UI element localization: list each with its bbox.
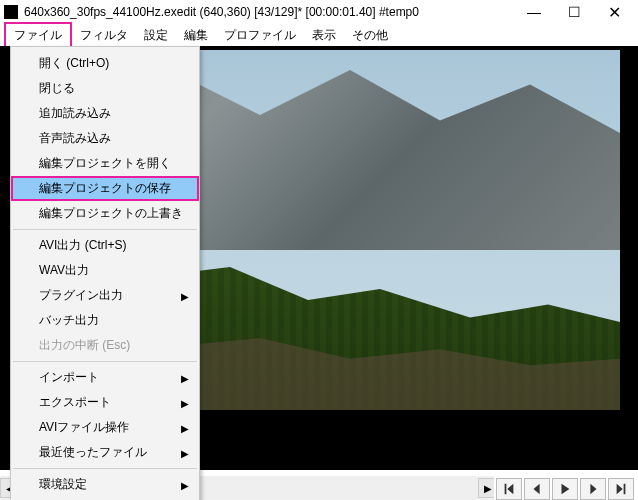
window-title: 640x360_30fps_44100Hz.exedit (640,360) […	[24, 5, 514, 19]
file-menu-item[interactable]: エクスポート▶	[11, 390, 199, 415]
submenu-arrow-icon: ▶	[181, 422, 189, 433]
maximize-button[interactable]: ☐	[554, 0, 594, 24]
next-frame-button[interactable]	[580, 478, 606, 500]
submenu-arrow-icon: ▶	[181, 447, 189, 458]
submenu-arrow-icon: ▶	[181, 372, 189, 383]
file-menu-item[interactable]: 開く (Ctrl+O)	[11, 51, 199, 76]
file-menu-item[interactable]: 編集プロジェクトの上書き	[11, 201, 199, 226]
file-menu-item[interactable]: WAV出力	[11, 258, 199, 283]
minimize-button[interactable]: —	[514, 0, 554, 24]
file-menu-item[interactable]: バッチ出力	[11, 308, 199, 333]
file-menu-item: 出力の中断 (Esc)	[11, 333, 199, 358]
close-button[interactable]: ✕	[594, 0, 634, 24]
file-menu-item[interactable]: AVI出力 (Ctrl+S)	[11, 233, 199, 258]
file-menu-item[interactable]: プラグイン出力▶	[11, 283, 199, 308]
playback-controls	[494, 476, 636, 500]
menu-filter[interactable]: フィルタ	[72, 24, 136, 47]
file-menu-item[interactable]: 閉じる	[11, 76, 199, 101]
menu-view[interactable]: 表示	[304, 24, 344, 47]
play-button[interactable]	[552, 478, 578, 500]
file-menu-item[interactable]: 編集プロジェクトを開く	[11, 151, 199, 176]
menu-file[interactable]: ファイル	[4, 22, 72, 49]
prev-frame-button[interactable]	[524, 478, 550, 500]
file-menu-item[interactable]: AVIファイル操作▶	[11, 415, 199, 440]
titlebar: 640x360_30fps_44100Hz.exedit (640,360) […	[0, 0, 638, 24]
menu-other[interactable]: その他	[344, 24, 396, 47]
menu-separator	[13, 229, 197, 230]
file-menu-item[interactable]: 追加読み込み	[11, 101, 199, 126]
file-menu-dropdown: 開く (Ctrl+O)閉じる追加読み込み音声読み込み編集プロジェクトを開く編集プ…	[10, 46, 200, 500]
file-menu-item[interactable]: インポート▶	[11, 365, 199, 390]
skip-end-button[interactable]	[608, 478, 634, 500]
file-menu-item[interactable]: 編集プロジェクトの保存	[11, 176, 199, 201]
skip-start-button[interactable]	[496, 478, 522, 500]
file-menu-item[interactable]: 環境設定▶	[11, 472, 199, 497]
app-icon	[4, 5, 18, 19]
menu-edit[interactable]: 編集	[176, 24, 216, 47]
submenu-arrow-icon: ▶	[181, 479, 189, 490]
menu-separator	[13, 468, 197, 469]
menu-profile[interactable]: プロファイル	[216, 24, 304, 47]
menu-separator	[13, 361, 197, 362]
file-menu-item[interactable]: 最近使ったファイル▶	[11, 440, 199, 465]
menu-settings[interactable]: 設定	[136, 24, 176, 47]
file-menu-item[interactable]: 音声読み込み	[11, 126, 199, 151]
menubar: ファイル フィルタ 設定 編集 プロファイル 表示 その他	[0, 24, 638, 46]
submenu-arrow-icon: ▶	[181, 397, 189, 408]
submenu-arrow-icon: ▶	[181, 290, 189, 301]
